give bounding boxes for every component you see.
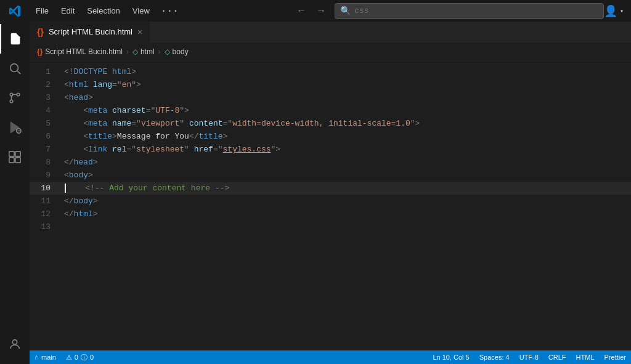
svg-point-12 xyxy=(12,340,17,344)
git-branch-icon: ⑃ xyxy=(35,354,39,361)
line-num-1: 1 xyxy=(30,65,60,78)
breadcrumb: {} Script HTML Bucin.html › ◇ html › ◇ b… xyxy=(30,43,631,60)
app-logo xyxy=(0,5,30,17)
status-formatter-label: Prettier xyxy=(605,354,626,361)
menu-view[interactable]: View xyxy=(126,4,156,18)
status-spaces-label: Spaces: 4 xyxy=(479,354,510,361)
breadcrumb-file[interactable]: {} Script HTML Bucin.html xyxy=(37,47,123,56)
account-chevron: ▾ xyxy=(620,7,624,15)
line-num-7: 7 xyxy=(30,143,60,156)
line-content-3: <head> xyxy=(60,91,631,104)
activity-search-icon[interactable] xyxy=(0,54,30,83)
status-language[interactable]: HTML xyxy=(571,354,600,361)
code-line-9: 9 <body> xyxy=(30,169,631,182)
account-area[interactable]: 👤 ▾ xyxy=(604,4,624,18)
code-line-12: 12 </html> xyxy=(30,208,631,220)
nav-buttons: ← → xyxy=(293,4,330,18)
line-num-12: 12 xyxy=(30,208,60,220)
breadcrumb-body-label: body xyxy=(173,47,189,56)
line-content-4: <meta charset="UTF-8"> xyxy=(60,104,631,117)
svg-rect-9 xyxy=(15,152,20,156)
status-right: Ln 10, Col 5 Spaces: 4 UTF-8 CRLF HTML P… xyxy=(428,354,631,361)
svg-rect-10 xyxy=(9,158,14,163)
breadcrumb-html-icon: {} xyxy=(37,47,43,56)
breadcrumb-body-element[interactable]: ◇ body xyxy=(165,47,189,56)
breadcrumb-file-label: Script HTML Bucin.html xyxy=(45,47,123,56)
line-num-6: 6 xyxy=(30,130,60,143)
line-content-12: </html> xyxy=(60,208,631,220)
titlebar: File Edit Selection View ··· ← → 🔍 👤 ▾ xyxy=(0,0,631,22)
code-line-11: 11 </body> xyxy=(30,195,631,208)
line-num-11: 11 xyxy=(30,195,60,208)
tab-html-icon: {} xyxy=(37,27,44,37)
search-icon: 🔍 xyxy=(340,6,351,16)
line-num-8: 8 xyxy=(30,156,60,169)
code-line-3: 3 <head> xyxy=(30,91,631,104)
breadcrumb-html-element[interactable]: ◇ html xyxy=(132,47,155,56)
editor-area: {} Script HTML Bucin.html × {} Script HT… xyxy=(30,22,631,364)
activity-source-control-icon[interactable] xyxy=(0,83,30,113)
breadcrumb-html-tag-icon: ◇ xyxy=(132,47,138,56)
line-num-2: 2 xyxy=(30,78,60,91)
status-encoding[interactable]: UTF-8 xyxy=(515,354,543,361)
line-content-1: <!DOCTYPE html> xyxy=(60,65,631,78)
line-content-11: </body> xyxy=(60,195,631,208)
code-line-1: 1 <!DOCTYPE html> xyxy=(30,65,631,78)
breadcrumb-html-label: html xyxy=(140,47,155,56)
code-editor[interactable]: 1 <!DOCTYPE html> 2 <html lang="en"> 3 <… xyxy=(30,60,631,350)
status-formatter[interactable]: Prettier xyxy=(600,354,631,361)
search-bar[interactable]: 🔍 xyxy=(335,3,604,19)
breadcrumb-body-tag-icon: ◇ xyxy=(165,47,170,56)
breadcrumb-sep-1: › xyxy=(126,47,129,56)
status-cursor-pos[interactable]: Ln 10, Col 5 xyxy=(428,354,474,361)
breadcrumb-sep-2: › xyxy=(158,47,161,56)
back-button[interactable]: ← xyxy=(293,4,310,18)
status-error-count: 0 xyxy=(75,354,78,361)
status-eol-label: CRLF xyxy=(548,354,566,361)
activity-bottom xyxy=(0,330,30,359)
menu-edit[interactable]: Edit xyxy=(55,4,81,18)
forward-button[interactable]: → xyxy=(312,4,330,18)
status-spaces[interactable]: Spaces: 4 xyxy=(474,354,515,361)
error-icon: ⚠ xyxy=(66,354,72,362)
activity-bar xyxy=(0,22,30,364)
svg-line-1 xyxy=(17,71,20,74)
activity-extensions-icon[interactable] xyxy=(0,142,30,172)
line-num-5: 5 xyxy=(30,117,60,130)
activity-run-icon[interactable] xyxy=(0,113,30,142)
tab-bar: {} Script HTML Bucin.html × xyxy=(30,22,631,43)
line-num-13: 13 xyxy=(30,220,60,233)
menu-selection[interactable]: Selection xyxy=(81,4,126,18)
svg-point-3 xyxy=(17,93,20,96)
status-errors[interactable]: ⚠ 0 ⓘ 0 xyxy=(61,353,99,362)
line-content-5: <meta name="viewport" content="width=dev… xyxy=(60,117,631,130)
status-encoding-label: UTF-8 xyxy=(519,354,539,361)
tab-label: Script HTML Bucin.html xyxy=(49,27,132,36)
svg-point-2 xyxy=(10,93,13,96)
line-num-3: 3 xyxy=(30,91,60,104)
line-content-10: <!-- Add your content here --> xyxy=(60,182,631,195)
svg-rect-11 xyxy=(15,158,20,163)
status-language-label: HTML xyxy=(576,354,595,361)
tab-script-html[interactable]: {} Script HTML Bucin.html × xyxy=(30,22,150,42)
search-input[interactable] xyxy=(354,6,598,15)
code-line-2: 2 <html lang="en"> xyxy=(30,78,631,91)
line-content-7: <link rel="stylesheet" href="styles.css"… xyxy=(60,143,631,156)
menu-file[interactable]: File xyxy=(30,4,55,18)
code-line-10: 10 <!-- Add your content here --> xyxy=(30,182,631,195)
status-branch[interactable]: ⑃ main xyxy=(30,354,61,361)
line-content-8: </head> xyxy=(60,156,631,169)
code-line-6: 6 <title>Message for You</title> xyxy=(30,130,631,143)
svg-point-0 xyxy=(10,64,18,72)
svg-point-4 xyxy=(10,100,13,103)
tab-close-button[interactable]: × xyxy=(137,27,142,37)
status-branch-label: main xyxy=(41,354,56,361)
svg-marker-5 xyxy=(11,123,19,133)
code-line-4: 4 <meta charset="UTF-8"> xyxy=(30,104,631,117)
account-icon: 👤 xyxy=(604,4,617,18)
status-bar: ⑃ main ⚠ 0 ⓘ 0 Ln 10, Col 5 Spaces: 4 UT… xyxy=(30,350,631,364)
status-eol[interactable]: CRLF xyxy=(543,354,571,361)
activity-account-icon[interactable] xyxy=(0,330,30,359)
activity-files-icon[interactable] xyxy=(0,24,30,54)
menu-more[interactable]: ··· xyxy=(156,3,184,19)
